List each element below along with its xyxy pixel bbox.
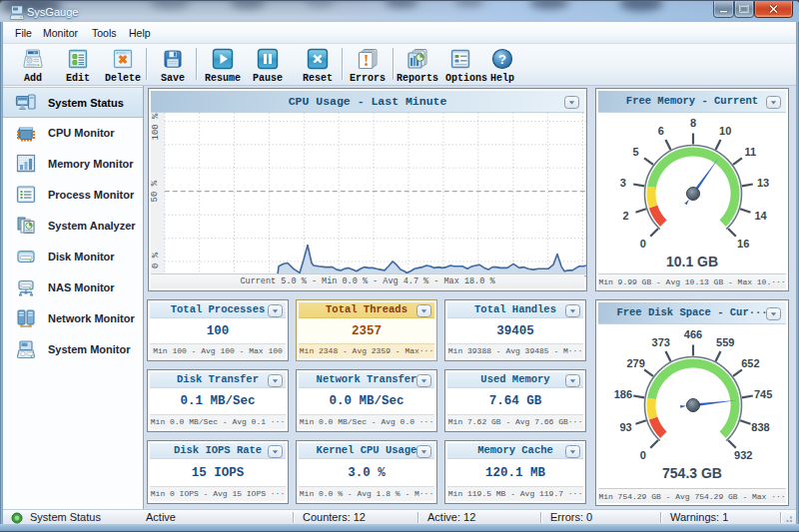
svg-text:0: 0 (640, 238, 646, 250)
svg-text:?: ? (498, 52, 506, 67)
svg-text:10: 10 (719, 125, 731, 137)
svg-text:8: 8 (690, 117, 696, 129)
svg-text:0 %: 0 % (151, 252, 161, 268)
svg-text:5: 5 (633, 146, 639, 158)
svg-text:11: 11 (745, 146, 757, 158)
svg-text:3: 3 (620, 177, 626, 189)
svg-text:559: 559 (716, 336, 734, 348)
svg-text:466: 466 (684, 328, 702, 340)
svg-text:279: 279 (626, 357, 644, 369)
svg-text:6: 6 (658, 125, 664, 137)
svg-text:14: 14 (754, 210, 767, 222)
svg-text:0: 0 (640, 449, 646, 461)
svg-text:932: 932 (734, 449, 752, 461)
svg-text:50 %: 50 % (151, 180, 161, 202)
svg-text:745: 745 (754, 388, 772, 400)
svg-text:652: 652 (741, 357, 759, 369)
svg-text:93: 93 (619, 421, 631, 433)
svg-text:16: 16 (737, 238, 749, 250)
svg-text:186: 186 (614, 388, 632, 400)
svg-text:373: 373 (652, 336, 670, 348)
svg-text:100 %: 100 % (151, 113, 161, 141)
svg-text:13: 13 (757, 177, 769, 189)
svg-text:2: 2 (622, 210, 628, 222)
svg-text:838: 838 (751, 421, 769, 433)
